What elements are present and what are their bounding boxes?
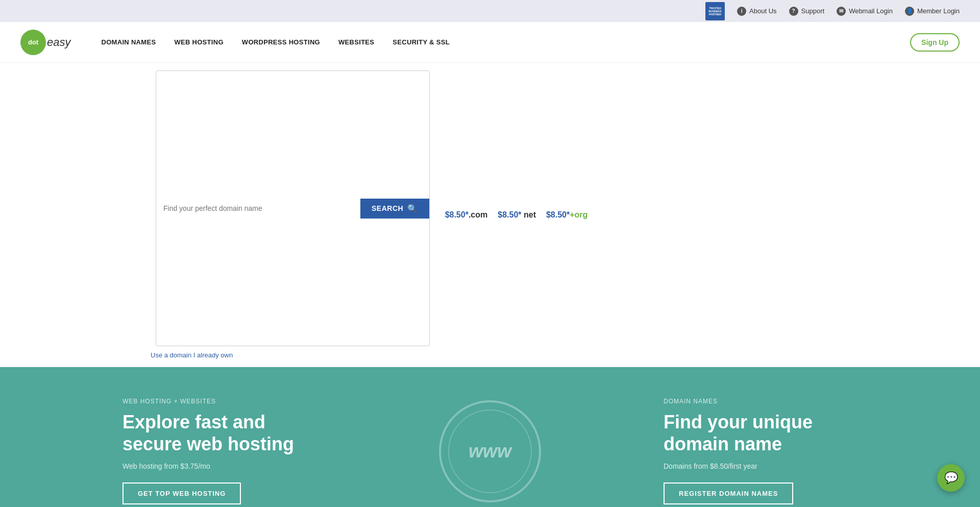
nav-security-ssl[interactable]: SECURITY & SSL	[393, 38, 450, 46]
hero-right-button[interactable]: REGISTER DOMAIN NAMES	[664, 482, 793, 504]
hero-left-title: Explore fast and secure web hosting	[122, 411, 316, 455]
price-net-amount: $8.50*	[498, 210, 521, 219]
signup-button[interactable]: Sign Up	[910, 33, 960, 52]
logo-circle: dot	[20, 30, 46, 55]
price-org-ext: +org	[570, 210, 587, 219]
use-domain-link[interactable]: Use a domain I already own	[151, 351, 430, 359]
webmail-label: Webmail Login	[849, 7, 893, 15]
trusted-badge: TRUSTED BUSINESS PARTNER	[705, 2, 725, 20]
price-com-amount: $8.50*	[445, 210, 469, 219]
hero-left-subtitle: Web hosting from $3.75/mo	[122, 462, 316, 470]
member-label: Member Login	[917, 7, 960, 15]
hero-left-button[interactable]: GET TOP WEB HOSTING	[122, 482, 241, 504]
nav-web-hosting[interactable]: WEB HOSTING	[174, 38, 223, 46]
search-icon: 🔍	[407, 204, 418, 213]
hero-left-label: WEB HOSTING + WEBSITES	[122, 398, 316, 405]
www-text: www	[469, 441, 511, 462]
search-button[interactable]: SEARCH 🔍	[360, 199, 429, 219]
price-com-ext: .com	[469, 210, 487, 219]
price-com: $8.50*.com	[445, 210, 488, 220]
nav-websites[interactable]: WEBSITES	[338, 38, 374, 46]
top-bar: TRUSTED BUSINESS PARTNER i About Us ? Su…	[0, 0, 980, 22]
domain-prices: $8.50*.com $8.50* net $8.50*+org	[445, 210, 588, 220]
search-box: SEARCH 🔍	[156, 70, 430, 346]
about-link[interactable]: i About Us	[737, 7, 776, 16]
support-icon: ?	[789, 7, 798, 16]
hero-center: www	[439, 400, 541, 502]
hero-right: DOMAIN NAMES Find your unique domain nam…	[664, 398, 857, 504]
price-org-amount: $8.50*	[546, 210, 570, 219]
logo[interactable]: dot easy	[20, 30, 70, 55]
price-net-ext: net	[524, 210, 536, 219]
hero-banner: WEB HOSTING + WEBSITES Explore fast and …	[0, 367, 980, 507]
hero-right-title: Find your unique domain name	[664, 411, 857, 455]
badge-icon: TRUSTED BUSINESS PARTNER	[705, 2, 725, 20]
nav-domain-names[interactable]: DOMAIN NAMES	[101, 38, 156, 46]
price-org: $8.50*+org	[546, 210, 587, 220]
info-icon: i	[737, 7, 746, 16]
search-input[interactable]	[156, 199, 360, 218]
chat-button[interactable]: 💬	[937, 464, 965, 492]
member-login-link[interactable]: 👤 Member Login	[905, 7, 960, 16]
hero-left: WEB HOSTING + WEBSITES Explore fast and …	[122, 398, 316, 504]
webmail-link[interactable]: ✉ Webmail Login	[837, 7, 893, 16]
logo-suffix: easy	[47, 36, 70, 49]
hero-right-subtitle: Domains from $8.50/first year	[664, 462, 857, 470]
search-column: SEARCH 🔍 Use a domain I already own	[156, 70, 430, 359]
user-icon: 👤	[905, 7, 914, 16]
nav-wordpress-hosting[interactable]: WORDPRESS HOSTING	[242, 38, 320, 46]
header: dot easy DOMAIN NAMES WEB HOSTING WORDPR…	[0, 22, 980, 63]
www-globe: www	[439, 400, 541, 502]
support-link[interactable]: ? Support	[789, 7, 825, 16]
about-label: About Us	[749, 7, 776, 15]
svg-text:PARTNER: PARTNER	[709, 13, 721, 16]
mail-icon: ✉	[837, 7, 846, 16]
price-net: $8.50* net	[498, 210, 536, 220]
chat-icon: 💬	[944, 471, 958, 485]
logo-text: dot	[28, 38, 38, 46]
hero-right-label: DOMAIN NAMES	[664, 398, 857, 405]
search-area: SEARCH 🔍 Use a domain I already own $8.5…	[0, 63, 980, 367]
main-nav: DOMAIN NAMES WEB HOSTING WORDPRESS HOSTI…	[101, 38, 890, 46]
support-label: Support	[801, 7, 825, 15]
search-button-label: SEARCH	[372, 204, 403, 212]
